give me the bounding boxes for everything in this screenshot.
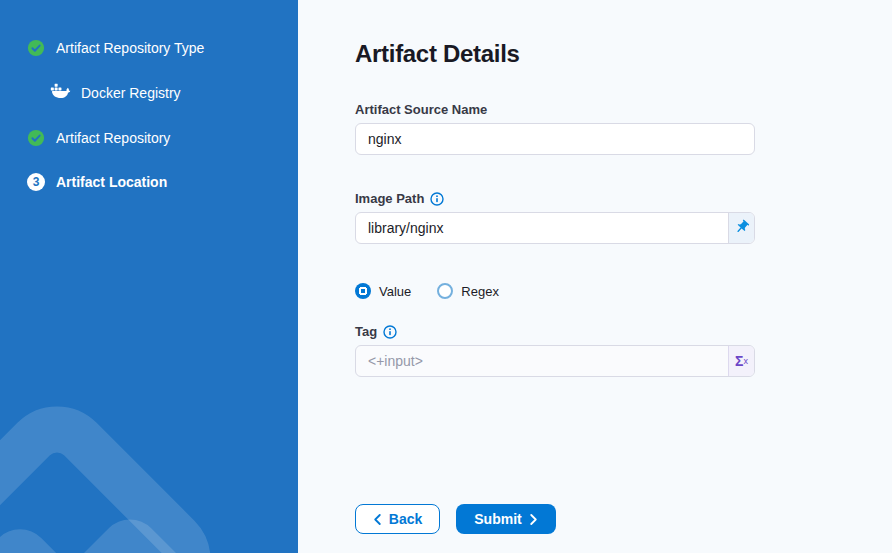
tag-label: Tag [355,324,397,339]
sigma-sup: x [743,356,748,366]
step-number-badge: 3 [27,173,45,191]
radio-unselected-icon [437,283,453,299]
check-circle-icon [27,129,45,147]
wizard-footer: Back Submit [355,504,556,534]
radio-label: Regex [461,284,499,299]
pin-button[interactable] [728,213,754,243]
chevron-right-icon [529,514,538,525]
artifact-source-name-input[interactable] [355,123,755,155]
sidebar-step-artifact-repository[interactable]: Artifact Repository [27,129,170,147]
pin-icon [734,219,750,238]
tag-input[interactable] [356,346,728,376]
info-icon[interactable] [430,192,444,206]
image-path-label: Image Path [355,191,444,206]
expression-button[interactable]: Σx [728,346,754,376]
image-path-input[interactable] [356,213,728,243]
artifact-details-panel: Artifact Details Artifact Source Name Im… [298,0,892,553]
radio-label: Value [379,284,411,299]
artifact-source-name-label: Artifact Source Name [355,102,487,117]
info-icon[interactable] [383,325,397,339]
radio-selected-icon [355,283,371,299]
step-label: Artifact Repository [56,130,170,146]
radio-option-regex[interactable]: Regex [437,283,499,299]
image-path-field-group [355,212,755,244]
wizard-sidebar: Artifact Repository Type Docker Registry [0,0,298,553]
step-label: Artifact Repository Type [56,40,204,56]
submit-button[interactable]: Submit [456,504,556,534]
chevron-left-icon [373,514,382,525]
sidebar-substep-docker-registry[interactable]: Docker Registry [48,82,181,103]
step-label: Docker Registry [81,85,181,101]
sidebar-step-artifact-location[interactable]: 3 Artifact Location [27,173,167,191]
step-label: Artifact Location [56,174,167,190]
sidebar-step-artifact-repository-type[interactable]: Artifact Repository Type [27,39,204,57]
tag-type-radio-group: Value Regex [355,283,499,299]
check-circle-icon [27,39,45,57]
radio-option-value[interactable]: Value [355,283,411,299]
sigma-icon: Σ [735,353,743,369]
page-title: Artifact Details [355,40,520,68]
docker-icon [48,82,71,103]
tag-field-group: Σx [355,345,755,377]
back-button[interactable]: Back [355,504,440,534]
